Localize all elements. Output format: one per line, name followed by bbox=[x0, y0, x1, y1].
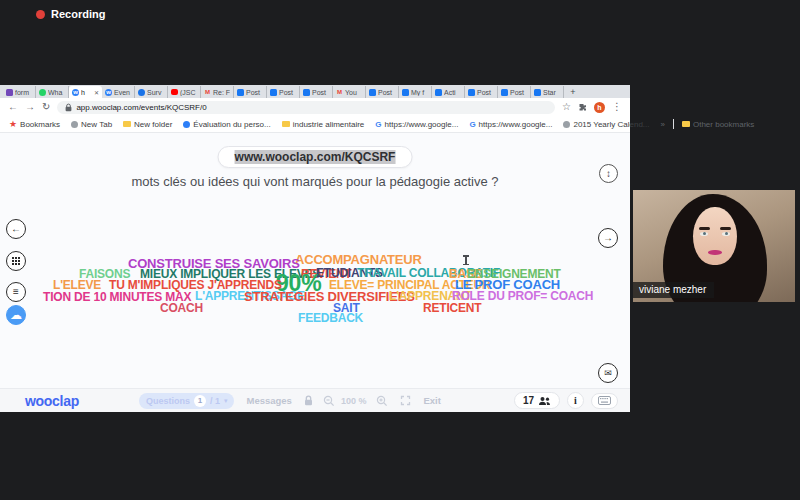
extensions-icon[interactable] bbox=[578, 98, 587, 116]
question-total: / 1 bbox=[210, 396, 220, 406]
wooclap-favicon: w bbox=[72, 89, 79, 96]
tab-title: Even bbox=[114, 89, 131, 96]
folder-icon bbox=[282, 121, 290, 127]
messages-button[interactable]: Messages bbox=[246, 395, 291, 406]
browser-tab[interactable]: Star bbox=[531, 86, 564, 98]
browser-tab[interactable]: Post bbox=[234, 86, 267, 98]
back-button[interactable]: ← bbox=[8, 102, 18, 112]
circle-blue-favicon bbox=[138, 89, 145, 96]
recording-label: Recording bbox=[51, 8, 105, 20]
tab-title: Post bbox=[312, 89, 329, 96]
keyboard-button[interactable] bbox=[591, 393, 618, 409]
browser-tab[interactable]: Wha bbox=[36, 86, 69, 98]
square-blue-favicon bbox=[369, 89, 376, 96]
menu-dots-icon[interactable]: ⋮ bbox=[612, 102, 622, 112]
bookmark-item[interactable]: Ghttps://www.google... bbox=[469, 120, 552, 129]
square-blue-favicon bbox=[402, 89, 409, 96]
cloud-word: COACH bbox=[160, 302, 203, 314]
zoom-out-button[interactable] bbox=[323, 395, 335, 407]
participant-video-tile[interactable]: viviane mezher bbox=[633, 190, 795, 302]
browser-tab[interactable]: form bbox=[3, 86, 36, 98]
bookmark-label: industrie alimentaire bbox=[293, 120, 365, 129]
bookmark-label: New Tab bbox=[81, 120, 112, 129]
tab-title: Post bbox=[510, 89, 527, 96]
tab-title: You bbox=[345, 89, 362, 96]
square-blue-favicon bbox=[303, 89, 310, 96]
fullscreen-button[interactable] bbox=[400, 395, 411, 406]
tab-title: Post bbox=[477, 89, 494, 96]
square-blue-favicon bbox=[270, 89, 277, 96]
forward-button[interactable]: → bbox=[25, 102, 35, 112]
tab-title: My f bbox=[411, 89, 428, 96]
bookmark-item[interactable]: New folder bbox=[123, 120, 172, 129]
zoom-level: 100 % bbox=[341, 396, 367, 406]
browser-tab[interactable]: wEven bbox=[102, 86, 135, 98]
cloud-word: RETICENT bbox=[423, 302, 481, 314]
exit-button[interactable]: Exit bbox=[423, 395, 440, 406]
bookmark-item[interactable]: Évaluation du perso... bbox=[183, 120, 270, 129]
whatsapp-favicon bbox=[39, 89, 46, 96]
zoom-in-button[interactable] bbox=[376, 395, 388, 407]
browser-tab[interactable]: Post bbox=[267, 86, 300, 98]
tab-title: (JSC bbox=[180, 89, 197, 96]
footer-right-group: 17 i bbox=[514, 392, 618, 409]
tab-title: h bbox=[81, 89, 92, 96]
square-blue-favicon bbox=[501, 89, 508, 96]
bookmark-item[interactable]: New Tab bbox=[71, 120, 112, 129]
tab-title: Post bbox=[378, 89, 395, 96]
bookmarks-overflow-chevron[interactable]: » bbox=[661, 120, 665, 129]
other-bookmarks-button[interactable]: Other bookmarks bbox=[682, 120, 754, 129]
browser-tab[interactable]: Surv bbox=[135, 86, 168, 98]
url-input[interactable]: app.wooclap.com/events/KQCSRF/0 bbox=[57, 101, 555, 114]
folder-icon bbox=[123, 121, 131, 127]
participants-counter[interactable]: 17 bbox=[514, 392, 560, 409]
square-blue-favicon bbox=[468, 89, 475, 96]
gmail-favicon: M bbox=[336, 89, 343, 96]
lock-button[interactable] bbox=[304, 395, 313, 406]
bookmarks-bar: ★ Bookmarks New TabNew folderÉvaluation … bbox=[0, 116, 630, 133]
browser-tab[interactable]: Post bbox=[465, 86, 498, 98]
browser-tab[interactable]: My f bbox=[399, 86, 432, 98]
word-cloud: ACCOMPAGNATEURCONSTRUISE SES SAVOIRSFAIS… bbox=[0, 133, 630, 388]
tab-title: Post bbox=[279, 89, 296, 96]
browser-tab[interactable]: Post bbox=[498, 86, 531, 98]
bookmark-label: https://www.google... bbox=[385, 120, 459, 129]
url-text: app.wooclap.com/events/KQCSRF/0 bbox=[76, 103, 206, 112]
browser-tab[interactable]: MRe: F bbox=[201, 86, 234, 98]
question-number-badge: 1 bbox=[194, 395, 206, 407]
browser-tab[interactable]: (JSC bbox=[168, 86, 201, 98]
questions-selector[interactable]: Questions 1 / 1 ▾ bbox=[139, 393, 235, 409]
recording-dot-icon bbox=[36, 10, 45, 19]
browser-tab[interactable]: Post bbox=[300, 86, 333, 98]
zoom-out-icon bbox=[323, 395, 335, 407]
questions-label: Questions bbox=[146, 396, 190, 406]
info-button[interactable]: i bbox=[567, 392, 584, 409]
tab-close-icon[interactable]: ✕ bbox=[94, 89, 99, 96]
bookmark-item[interactable]: Ghttps://www.google... bbox=[375, 120, 458, 129]
bookmark-label: https://www.google... bbox=[479, 120, 553, 129]
bookmark-star-icon[interactable]: ☆ bbox=[562, 102, 571, 112]
bookmark-item[interactable]: 2015 Yearly Calend... bbox=[563, 120, 649, 129]
bookmark-label: 2015 Yearly Calend... bbox=[573, 120, 649, 129]
cloud-word: FEEDBACK bbox=[298, 312, 363, 324]
profile-avatar[interactable]: h bbox=[594, 102, 605, 113]
square-blue-favicon bbox=[237, 89, 244, 96]
bookmark-item[interactable]: industrie alimentaire bbox=[282, 120, 365, 129]
bookmark-label: New folder bbox=[134, 120, 172, 129]
new-tab-button[interactable]: + bbox=[566, 87, 580, 97]
browser-tab[interactable]: Acti bbox=[432, 86, 465, 98]
bookmark-items: New TabNew folderÉvaluation du perso...i… bbox=[71, 120, 649, 129]
wooclap-footer: wooclap Questions 1 / 1 ▾ Messages 100 %… bbox=[0, 388, 630, 412]
google-icon: G bbox=[469, 120, 475, 129]
browser-tab[interactable]: wh✕ bbox=[69, 86, 102, 98]
bookmark-label: Évaluation du perso... bbox=[193, 120, 270, 129]
reload-button[interactable]: ↻ bbox=[42, 102, 50, 112]
bookmarks-manager[interactable]: ★ Bookmarks bbox=[9, 119, 60, 129]
browser-tab[interactable]: Post bbox=[366, 86, 399, 98]
google-icon: G bbox=[375, 120, 381, 129]
wooclap-logo[interactable]: wooclap bbox=[25, 393, 79, 409]
fullscreen-icon bbox=[400, 395, 411, 406]
square-blue-favicon bbox=[435, 89, 442, 96]
browser-tab[interactable]: MYou bbox=[333, 86, 366, 98]
other-bookmarks-label: Other bookmarks bbox=[693, 120, 754, 129]
